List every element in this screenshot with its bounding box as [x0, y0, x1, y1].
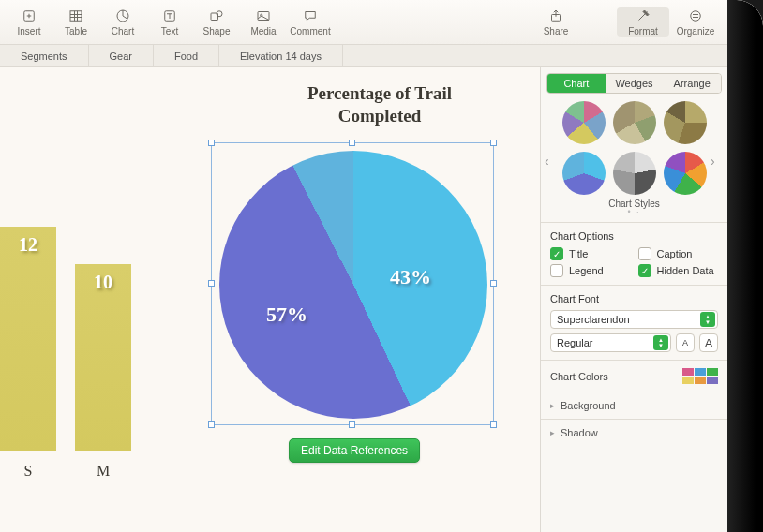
font-family-select[interactable]: Superclarendon▲▼: [550, 310, 718, 329]
resize-handle[interactable]: [208, 421, 215, 428]
inspector-tab-chart[interactable]: Chart: [547, 74, 606, 93]
chart-font-section: Chart Font Superclarendon▲▼ Regular▲▼ A …: [541, 285, 727, 360]
axis-label-s: S: [0, 463, 56, 480]
bar-value-s: 12: [0, 234, 56, 256]
resize-handle[interactable]: [490, 280, 497, 287]
chart-colors-button[interactable]: [682, 368, 718, 384]
font-weight-select[interactable]: Regular▲▼: [550, 333, 671, 352]
svg-rect-1: [70, 11, 82, 22]
sheet-tab-food[interactable]: Food: [154, 45, 219, 66]
chart-options-heading: Chart Options: [550, 230, 718, 242]
pie-label-a: 43%: [390, 265, 431, 289]
font-larger-button[interactable]: A: [699, 333, 718, 352]
chart-colors-section: Chart Colors: [541, 360, 727, 392]
bar-value-m: 10: [75, 272, 131, 293]
app-window: Insert Table Chart Text Shape Media Comm…: [0, 0, 727, 532]
edit-data-references-button[interactable]: Edit Data References: [289, 438, 420, 463]
resize-handle[interactable]: [490, 421, 497, 428]
comment-button[interactable]: Comment: [287, 7, 334, 37]
share-button[interactable]: Share: [532, 7, 579, 37]
chart-font-heading: Chart Font: [550, 293, 718, 304]
chart-style-6[interactable]: [664, 152, 707, 195]
chart-title[interactable]: Percentage of Trail Completed: [286, 82, 473, 127]
toolbar: Insert Table Chart Text Shape Media Comm…: [0, 0, 727, 45]
resize-handle[interactable]: [349, 421, 355, 428]
resize-handle[interactable]: [349, 140, 355, 146]
bar-m: 10: [75, 264, 131, 451]
media-button[interactable]: Media: [240, 7, 287, 37]
inspector-tabs: Chart Wedges Arrange: [546, 73, 722, 94]
svg-point-9: [691, 11, 701, 22]
resize-handle[interactable]: [208, 280, 215, 287]
organize-button[interactable]: Organize: [669, 7, 722, 37]
chart-style-2[interactable]: [613, 101, 656, 144]
format-button[interactable]: Format: [617, 7, 669, 37]
bar-chart-partial: 12 10 S M: [0, 124, 131, 498]
chart-style-3[interactable]: [664, 101, 707, 144]
table-button[interactable]: Table: [52, 7, 99, 37]
legend-checkbox[interactable]: Legend: [550, 264, 631, 277]
pie-chart[interactable]: [219, 151, 487, 419]
sheet-tab-segments[interactable]: Segments: [0, 45, 89, 66]
sheet-tabs: Segments Gear Food Elevation 14 days: [0, 45, 727, 67]
format-inspector: Chart Wedges Arrange ‹ › Chart Styles • …: [540, 67, 727, 532]
chart-options-section: Chart Options ✓Title Caption Legend ✓Hid…: [541, 222, 727, 285]
shadow-disclosure[interactable]: ▸Shadow: [541, 419, 727, 446]
chart-style-4[interactable]: [562, 152, 606, 195]
caption-checkbox[interactable]: Caption: [638, 247, 719, 260]
resize-handle[interactable]: [208, 140, 215, 146]
insert-button[interactable]: Insert: [6, 7, 52, 37]
inspector-tab-wedges[interactable]: Wedges: [606, 74, 664, 93]
chart-styles: ‹ › Chart Styles • ·: [541, 97, 727, 222]
font-smaller-button[interactable]: A: [676, 333, 695, 352]
styles-prev-button[interactable]: ‹: [545, 154, 558, 167]
sheet-tab-elevation[interactable]: Elevation 14 days: [219, 45, 343, 66]
device-bezel: [727, 0, 763, 532]
shape-button[interactable]: Shape: [193, 7, 240, 37]
canvas[interactable]: 12 10 S M Percentage of Trail Completed …: [0, 67, 540, 532]
sheet-tab-gear[interactable]: Gear: [89, 45, 154, 66]
pie-label-b: 57%: [266, 303, 307, 327]
axis-label-m: M: [75, 463, 131, 480]
styles-next-button[interactable]: ›: [711, 154, 724, 167]
chart-style-5[interactable]: [613, 152, 656, 195]
resize-handle[interactable]: [490, 140, 497, 146]
background-disclosure[interactable]: ▸Background: [541, 392, 727, 419]
pie-chart-selection[interactable]: 43% 57%: [211, 142, 494, 425]
title-checkbox[interactable]: ✓Title: [550, 247, 631, 260]
chart-button[interactable]: Chart: [99, 7, 146, 37]
bar-s: 12: [0, 227, 56, 451]
chart-style-1[interactable]: [562, 101, 606, 144]
hidden-data-checkbox[interactable]: ✓Hidden Data: [638, 264, 719, 277]
inspector-tab-arrange[interactable]: Arrange: [663, 74, 721, 93]
svg-point-5: [217, 11, 222, 17]
chart-colors-label: Chart Colors: [550, 371, 608, 382]
text-button[interactable]: Text: [146, 7, 193, 37]
styles-page-dots: • ·: [541, 209, 727, 214]
